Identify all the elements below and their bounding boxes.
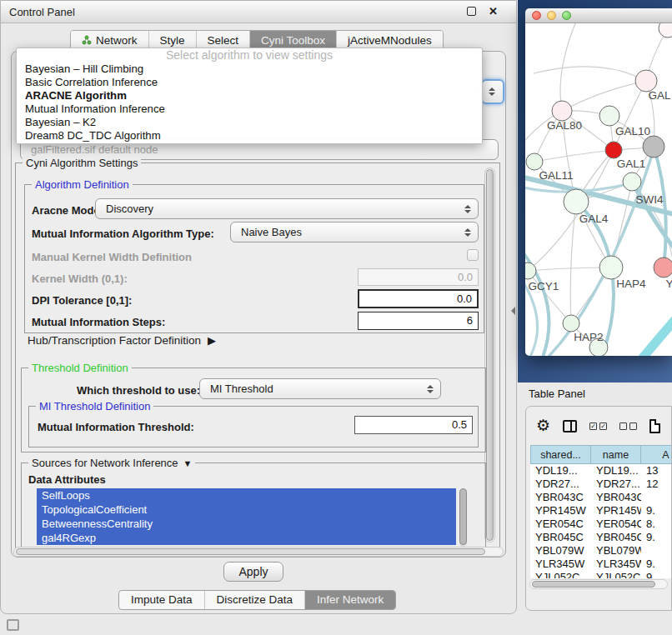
scrollbar-thumb[interactable] xyxy=(16,548,485,555)
gear-icon[interactable]: ⚙ xyxy=(536,418,550,434)
kernel-width-field[interactable]: 0.0 xyxy=(358,268,479,286)
column-header[interactable]: name xyxy=(591,445,641,464)
menu-item[interactable]: Basic Correlation Inference xyxy=(17,76,482,89)
network-node[interactable] xyxy=(623,172,641,191)
menu-item[interactable]: Mutual Information Inference xyxy=(17,102,482,116)
dpi-tolerance-field[interactable]: 0.0 xyxy=(358,289,479,308)
list-item[interactable]: SelfLoops xyxy=(37,488,456,502)
network-node-label: GAL xyxy=(648,89,671,102)
algorithm-definition-legend: Algorithm Definition xyxy=(32,178,133,191)
tab-network[interactable]: Network xyxy=(71,31,148,49)
table-row[interactable]: YBR043CYBR043C xyxy=(530,491,672,504)
table-row[interactable]: YBR045CYBR045C9. xyxy=(530,531,672,544)
network-node[interactable] xyxy=(526,153,543,170)
table-cell: 9. xyxy=(641,531,672,544)
apply-button[interactable]: Apply xyxy=(223,562,283,582)
table-cell: 9 xyxy=(641,571,672,578)
sources-legend[interactable]: Sources for Network Inference ▼ xyxy=(28,457,195,469)
network-node-label: HAP4 xyxy=(616,278,646,290)
column-header[interactable]: A xyxy=(641,445,672,464)
which-threshold-combo[interactable]: MI Threshold xyxy=(199,378,441,399)
list-item[interactable]: BetweennessCentrality xyxy=(37,517,456,531)
mi-threshold-field[interactable]: 0.5 xyxy=(354,416,473,434)
network-node[interactable] xyxy=(599,106,619,126)
tab-cyni-toolbox[interactable]: Cyni Toolbox xyxy=(249,31,336,49)
network-node[interactable] xyxy=(659,23,672,38)
list-item[interactable]: TopologicalCoefficient xyxy=(37,502,456,517)
panel-divider-handle[interactable] xyxy=(511,307,515,315)
data-attributes-list[interactable]: SelfLoops TopologicalCoefficient Between… xyxy=(37,488,456,548)
network-node[interactable] xyxy=(605,142,622,158)
tab-style[interactable]: Style xyxy=(148,31,196,49)
table-horizontal-scrollbar[interactable] xyxy=(529,579,668,589)
network-node-label: GAL11 xyxy=(539,169,573,182)
network-node-label: GAL1 xyxy=(617,158,646,170)
bottom-tab-bar: Impute Data Discretize Data Infer Networ… xyxy=(118,590,396,610)
document-icon[interactable] xyxy=(649,419,660,433)
tab-infer-network[interactable]: Infer Network xyxy=(304,591,395,609)
scrollbar-thumb[interactable] xyxy=(459,488,467,545)
network-node[interactable] xyxy=(654,258,672,278)
table-cell: YJL052C xyxy=(530,571,591,578)
algorithm-definition-group: Algorithm Definition Aracne Mode: Discov… xyxy=(24,184,484,333)
aracne-mode-value: Discovery xyxy=(106,202,153,215)
manual-kernel-width-checkbox[interactable] xyxy=(467,249,479,261)
float-panel-icon[interactable] xyxy=(467,7,476,16)
network-edge[interactable] xyxy=(635,312,672,356)
content-horizontal-scrollbar[interactable] xyxy=(13,547,504,557)
network-node-label: GAL10 xyxy=(615,125,650,138)
close-window-icon[interactable] xyxy=(532,11,541,20)
control-panel: Control Panel ✕ Network Style Select Cyn… xyxy=(0,0,517,614)
network-node[interactable] xyxy=(643,136,664,158)
table-cell: YDL19... xyxy=(591,464,641,478)
network-window-titlebar[interactable] xyxy=(525,8,672,23)
mi-algorithm-type-value: Naive Bayes xyxy=(241,226,302,238)
columns-icon[interactable] xyxy=(563,420,577,432)
column-header[interactable]: shared... xyxy=(530,445,591,464)
list-item[interactable]: gal4RGexp xyxy=(37,531,456,545)
network-node[interactable] xyxy=(552,101,572,121)
menu-item[interactable]: Bayesian – Hill Climbing xyxy=(17,62,482,76)
close-icon[interactable]: ✕ xyxy=(489,7,498,16)
network-edge[interactable] xyxy=(534,67,646,81)
tab-impute-data[interactable]: Impute Data xyxy=(119,591,204,609)
table-row[interactable]: YDR27...YDR27...12 xyxy=(530,478,672,491)
table-row[interactable]: YBL079WYBL079W xyxy=(530,544,672,558)
table-row[interactable]: YDL19...YDL19...13 xyxy=(530,464,672,478)
collapsed-panel-icon[interactable] xyxy=(7,619,19,631)
collapse-arrow-right-icon[interactable]: ▶ xyxy=(208,334,216,347)
menu-item[interactable]: Bayesian – K2 xyxy=(17,116,482,129)
select-all-checkboxes-icon[interactable]: ✓✓ xyxy=(589,422,607,430)
cyni-settings-legend: Cyni Algorithm Settings xyxy=(23,157,141,169)
network-node[interactable] xyxy=(564,189,589,214)
tab-select[interactable]: Select xyxy=(196,31,250,49)
table-header-row: shared... name A xyxy=(530,445,672,464)
network-canvas-svg[interactable]: GALGAL80GAL10GAL1GAL11SWI4GAL4GCY1HAP4YH… xyxy=(525,23,672,356)
table-row[interactable]: YLR345WYLR345W9. xyxy=(530,558,672,571)
menu-item[interactable]: Dream8 DC_TDC Algorithm xyxy=(17,129,482,142)
collapse-arrow-down-icon[interactable]: ▼ xyxy=(183,458,193,468)
table-row[interactable]: YER054CYER054C8. xyxy=(530,518,672,531)
zoom-window-icon[interactable] xyxy=(562,11,571,20)
scrollbar-thumb[interactable] xyxy=(486,169,494,541)
network-edge[interactable] xyxy=(528,268,611,271)
focused-combo-spinner[interactable] xyxy=(481,79,504,104)
deselect-all-checkboxes-icon[interactable] xyxy=(619,422,637,430)
mi-algorithm-type-combo[interactable]: Naive Bayes xyxy=(230,222,479,242)
aracne-mode-combo[interactable]: Discovery xyxy=(95,198,479,219)
table-row[interactable]: YJL052CYJL052C9 xyxy=(530,571,672,578)
network-node[interactable] xyxy=(563,315,579,332)
tab-jactivemnodules[interactable]: jActiveMNodules xyxy=(336,31,443,49)
network-node[interactable] xyxy=(599,256,623,279)
hub-transcription-section[interactable]: Hub/Transcription Factor Definition ▶ xyxy=(28,334,216,347)
network-edge[interactable] xyxy=(534,150,614,162)
table-row[interactable]: YPR145WYPR145W9. xyxy=(530,504,672,518)
tab-discretize-data[interactable]: Discretize Data xyxy=(204,591,305,609)
network-node-label: GCY1 xyxy=(529,280,559,292)
menu-item[interactable]: ARACNE Algorithm xyxy=(17,89,482,102)
mi-steps-field[interactable]: 6 xyxy=(358,312,479,330)
minimize-window-icon[interactable] xyxy=(547,11,556,20)
table-cell xyxy=(641,491,672,504)
attribute-list-scrollbar[interactable] xyxy=(459,488,467,547)
scrollbar-thumb[interactable] xyxy=(532,581,655,588)
